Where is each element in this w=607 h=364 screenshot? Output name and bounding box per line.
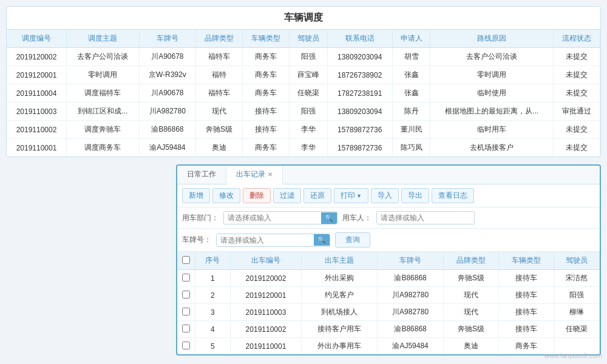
dept-input[interactable] [224,212,321,224]
row-checkbox[interactable] [182,274,190,281]
table-row[interactable]: 2019110001调度商务车渝AJ59484奥迪商务车李华1578987273… [7,139,600,157]
top-panel-title: 车辆调度 [7,7,600,30]
table-cell[interactable]: 宋洁然 [554,270,600,287]
table-cell[interactable]: 川A90678 [139,48,195,66]
col-header: 出车主题 [302,252,378,270]
table-cell: 13809203094 [327,48,392,66]
table-row[interactable]: 22019120001约见客户川A982780现代接待车阳强 [177,287,600,304]
plate-input[interactable] [217,234,314,246]
table-cell[interactable]: 2019120001 [7,66,67,84]
table-row[interactable]: 2019120002去客户公司洽谈川A90678福特车商务车阳强13809203… [7,48,600,66]
table-cell: 福特 [195,66,242,84]
row-checkbox-cell[interactable] [177,321,195,338]
table-cell[interactable]: 2019110003 [7,103,67,121]
row-checkbox-cell[interactable] [177,338,195,355]
table-cell: 外出办事用车 [302,338,378,355]
user-input-wrap [376,211,475,224]
table-cell[interactable]: 川A982780 [139,103,195,121]
query-button[interactable]: 查询 [335,232,370,248]
table-cell[interactable]: 李华 [289,139,327,157]
table-cell[interactable]: 薛宝峰 [289,66,327,84]
toolbar-查看日志-button[interactable]: 查看日志 [432,188,474,203]
table-cell[interactable]: 2019120002 [7,48,67,66]
toolbar-修改-button[interactable]: 修改 [212,188,240,203]
table-row[interactable]: 52019110001外出办事用车渝AJ59484奥迪商务车 [177,338,600,355]
row-checkbox[interactable] [182,308,190,315]
table-cell[interactable]: 任晓渠 [289,84,327,103]
toolbar-打印-button[interactable]: 打印▼ [334,188,368,203]
table-cell[interactable]: 川A982780 [378,287,443,304]
dept-search-button[interactable]: 🔍 [321,212,337,224]
table-cell[interactable]: 2019110003 [230,304,302,321]
row-checkbox-cell[interactable] [177,287,195,304]
table-cell: 现代 [443,304,498,321]
row-checkbox[interactable] [182,291,190,298]
records-table: 序号出车编号出车主题车牌号品牌类型车辆类型驾驶员 12019120002外出采购… [177,252,600,354]
table-cell[interactable]: 渝AJ59484 [378,338,443,355]
table-cell[interactable]: 阳强 [554,287,600,304]
table-cell[interactable]: 柳琳 [554,304,600,321]
table-cell: 根据地图上的最短距离，从... [430,103,554,121]
plate-search-button[interactable]: 🔍 [314,234,330,246]
table-cell: 到机场接人 [302,304,378,321]
table-cell: 奥迪 [195,139,242,157]
table-cell[interactable]: 川A90678 [139,84,195,103]
table-cell[interactable]: 任晓渠 [554,321,600,338]
table-cell: 福特车 [195,84,242,103]
toolbar-过滤-button[interactable]: 过滤 [273,188,301,203]
table-row[interactable]: 2019110002调度奔驰车渝B86868奔驰S级接待车李华157898727… [7,121,600,139]
table-cell[interactable]: 京W-R392v [139,66,195,84]
col-header: 车辆类型 [499,252,554,270]
table-row[interactable]: 42019110002接待客户用车渝B86868奔驰S级接待车任晓渠 [177,321,600,338]
table-cell: 未提交 [553,121,600,139]
table-cell[interactable]: 渝AJ59484 [139,139,195,157]
table-cell[interactable]: 2019110001 [7,139,67,157]
toolbar-新增-button[interactable]: 新增 [182,188,210,203]
row-checkbox-cell[interactable] [177,304,195,321]
table-cell: 董川民 [392,121,430,139]
table-cell: 18726738902 [327,66,392,84]
table-cell[interactable]: 2019110002 [230,321,302,338]
table-cell[interactable]: 渝B86868 [378,270,443,287]
toolbar-导入-button[interactable]: 导入 [371,188,399,203]
dept-input-wrap: 🔍 [223,211,337,224]
table-cell[interactable]: 川A982780 [378,304,443,321]
table-row[interactable]: 2019120001零时调用京W-R392v福特商务车薛宝峰1872673890… [7,66,600,84]
table-cell: 奔驰S级 [443,321,498,338]
toolbar-导出-button[interactable]: 导出 [401,188,429,203]
table-cell: 张鑫 [392,66,430,84]
table-cell[interactable]: 2019110004 [7,84,67,103]
table-cell[interactable]: 渝B86868 [139,121,195,139]
row-checkbox[interactable] [182,325,190,332]
table-cell[interactable]: 2019120002 [230,270,302,287]
table-cell: 接待客户用车 [302,321,378,338]
table-cell[interactable]: 2019110001 [230,338,302,355]
table-cell[interactable]: 李华 [289,121,327,139]
table-cell[interactable]: 2019120001 [230,287,302,304]
table-row[interactable]: 2019110004调度福特车川A90678福特车商务车任晓渠178272381… [7,84,600,103]
row-checkbox-cell[interactable] [177,270,195,287]
table-cell: 胡雪 [392,48,430,66]
table-cell: 1 [195,270,231,287]
tab-close-icon[interactable]: ✕ [268,171,273,178]
user-input[interactable] [377,212,474,224]
tab-vehicle-records[interactable]: 出车记录✕ [226,166,283,184]
table-row[interactable]: 32019110003到机场接人川A982780现代接待车柳琳 [177,304,600,321]
table-cell: 未提交 [553,48,600,66]
table-cell: 约见客户 [302,287,378,304]
select-all-checkbox[interactable] [182,256,190,264]
col-header: 序号 [195,252,231,270]
table-cell[interactable]: 阳强 [289,103,327,121]
table-cell[interactable]: 阳强 [289,48,327,66]
toolbar-删除-button[interactable]: 删除 [243,188,271,203]
table-cell: 福特车 [195,48,242,66]
table-cell[interactable]: 渝B86868 [378,321,443,338]
row-checkbox[interactable] [182,342,190,349]
col-header: 品牌类型 [443,252,498,270]
table-row[interactable]: 2019110003到锦江区和成...川A982780现代接待车阳强138092… [7,103,600,121]
table-cell: 奥迪 [443,338,498,355]
table-cell[interactable]: 2019110002 [7,121,67,139]
tab-daily-work[interactable]: 日常工作 [177,166,226,184]
toolbar-还原-button[interactable]: 还原 [304,188,331,203]
table-row[interactable]: 12019120002外出采购渝B86868奔驰S级接待车宋洁然 [177,270,600,287]
